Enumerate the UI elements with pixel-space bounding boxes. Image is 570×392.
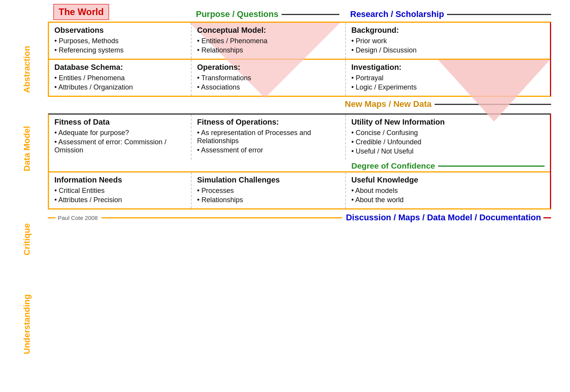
fitness-data-list: Adequate for purpose? Assessment of erro… — [54, 129, 186, 154]
fd-item-1: Adequate for purpose? — [54, 129, 186, 137]
useful-knowledge-list: About models About the world — [351, 187, 545, 204]
utility-list: Concise / Confusing Credible / Unfounded… — [351, 129, 545, 155]
cm-item-2: Relationships — [197, 46, 340, 54]
operations-list: Transformations Associations — [197, 74, 340, 91]
in-item-2: Attributes / Precision — [54, 196, 186, 204]
label-data-model: Data Model — [22, 116, 32, 181]
abstraction-row: Observations Purposes, Methods Referenci… — [49, 23, 550, 59]
background-title: Background: — [351, 26, 545, 35]
util-item-2: Credible / Unfounded — [351, 138, 545, 146]
inv-item-2: Logic / Experiments — [351, 83, 545, 91]
bg-item-2: Design / Discussion — [351, 46, 545, 54]
the-world-title: The World — [59, 7, 104, 17]
obs-item-1: Purposes, Methods — [54, 37, 186, 45]
op-item-1: Transformations — [197, 74, 340, 82]
inv-item-1: Portrayal — [351, 74, 545, 82]
understanding-row: Information Needs Critical Entities Attr… — [49, 172, 550, 208]
obs-item-2: Referencing systems — [54, 46, 186, 54]
degree-header: Degree of Confidence — [351, 161, 435, 171]
fitness-ops-title: Fitness of Operations: — [197, 118, 340, 127]
critique-row: Fitness of Data Adequate for purpose? As… — [49, 115, 550, 160]
sim-challenges-title: Simulation Challenges — [197, 176, 340, 184]
conceptual-model-list: Entities / Phenomena Relationships — [197, 37, 340, 54]
bg-item-1: Prior work — [351, 37, 545, 45]
label-understanding: Understanding — [22, 286, 32, 363]
db-item-1: Entities / Phenomena — [54, 74, 186, 82]
new-maps-header: New Maps / New Data — [345, 99, 432, 109]
db-item-2: Attributes / Organization — [54, 83, 186, 91]
sim-challenges-list: Processes Relationships — [197, 187, 340, 204]
uk-item-2: About the world — [351, 196, 545, 204]
useful-knowledge-title: Useful Knowledge — [351, 176, 545, 184]
cm-item-1: Entities / Phenomena — [197, 37, 340, 45]
operations-title: Operations: — [197, 63, 340, 72]
info-needs-list: Critical Entities Attributes / Precision — [54, 187, 186, 204]
fo-item-1: As representation of Processes and Relat… — [197, 129, 340, 145]
util-item-1: Concise / Confusing — [351, 129, 545, 137]
observations-list: Purposes, Methods Referencing systems — [54, 37, 186, 54]
observations-title: Observations — [54, 26, 186, 35]
db-schema-list: Entities / Phenomena Attributes / Organi… — [54, 74, 186, 91]
uk-item-1: About models — [351, 187, 545, 195]
investigation-list: Portrayal Logic / Experiments — [351, 74, 545, 91]
db-schema-title: Database Schema: — [54, 63, 186, 72]
op-item-2: Associations — [197, 83, 340, 91]
research-header: Research / Scholarship — [350, 9, 444, 19]
fitness-data-title: Fitness of Data — [54, 118, 186, 127]
fd-item-2: Assessment of error: Commission / Omissi… — [54, 138, 186, 154]
fo-item-2: Assessment of error — [197, 146, 340, 154]
purpose-header: Purpose / Questions — [196, 9, 278, 19]
utility-title: Utility of New Information — [351, 118, 545, 127]
label-abstraction: Abstraction — [22, 27, 32, 112]
fitness-ops-list: As representation of Processes and Relat… — [197, 129, 340, 154]
investigation-title: Investigation: — [351, 63, 545, 72]
sc-item-1: Processes — [197, 187, 340, 195]
label-critique: Critique — [22, 204, 32, 274]
util-item-3: Useful / Not Useful — [351, 147, 545, 155]
background-list: Prior work Design / Discussion — [351, 37, 545, 54]
sc-item-2: Relationships — [197, 196, 340, 204]
footer-discussion: Discussion / Maps / Data Model / Documen… — [346, 213, 541, 223]
info-needs-title: Information Needs — [54, 176, 186, 184]
conceptual-model-title: Conceptual Model: — [197, 26, 340, 35]
in-item-1: Critical Entities — [54, 187, 186, 195]
footer: Paul Cote 2008 Discussion / Maps / Data … — [48, 210, 551, 223]
footer-author: Paul Cote 2008 — [58, 215, 98, 221]
data-model-row: Database Schema: Entities / Phenomena At… — [49, 60, 550, 96]
